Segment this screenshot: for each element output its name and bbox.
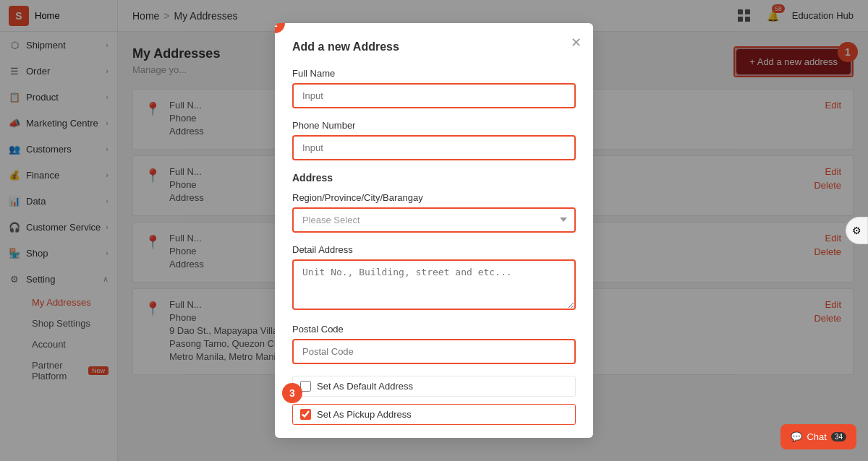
full-name-input[interactable] [292, 83, 576, 108]
chat-label: Chat [807, 431, 826, 442]
full-name-group: Full Name [292, 68, 576, 108]
floating-gear-icon[interactable]: ⚙ [846, 217, 868, 244]
address-section-label: Address [292, 172, 576, 184]
step-badge-2: 2 [275, 23, 285, 33]
postal-code-input[interactable] [292, 339, 576, 364]
phone-number-label: Phone Number [292, 120, 576, 131]
region-label: Region/Province/City/Barangay [292, 192, 576, 203]
chat-icon: 💬 [791, 431, 802, 442]
postal-code-label: Postal Code [292, 324, 576, 335]
pickup-address-checkbox[interactable] [300, 409, 311, 420]
modal-overlay[interactable]: 2 Add a new Address ✕ Full Name Phone Nu… [0, 0, 868, 461]
detail-address-input[interactable] [292, 259, 576, 310]
add-address-modal: 2 Add a new Address ✕ Full Name Phone Nu… [275, 23, 593, 438]
region-group: Region/Province/City/Barangay Please Sel… [292, 192, 576, 233]
modal-close-button[interactable]: ✕ [571, 35, 582, 51]
gear-icon: ⚙ [852, 225, 861, 236]
region-select[interactable]: Please Select [292, 207, 576, 233]
chat-button[interactable]: 💬 Chat 34 [780, 424, 856, 449]
pickup-address-label: Set As Pickup Address [317, 409, 412, 420]
modal-title: Add a new Address [292, 40, 576, 53]
phone-number-group: Phone Number [292, 120, 576, 160]
detail-address-label: Detail Address [292, 244, 576, 255]
chat-badge: 34 [831, 432, 846, 441]
default-address-label: Set As Default Address [317, 381, 413, 392]
pickup-address-checkbox-group: Set As Pickup Address [292, 404, 576, 425]
default-address-checkbox-group: Set As Default Address [292, 376, 576, 397]
full-name-label: Full Name [292, 68, 576, 79]
postal-code-group: Postal Code [292, 324, 576, 364]
phone-number-input[interactable] [292, 135, 576, 160]
detail-address-group: Detail Address [292, 244, 576, 312]
step-badge-3: 3 [282, 383, 302, 403]
